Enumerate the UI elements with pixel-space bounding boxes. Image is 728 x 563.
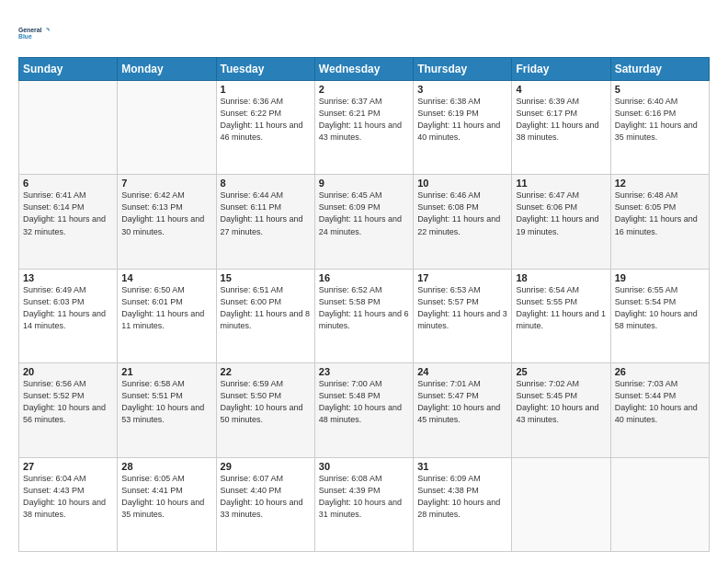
day-info-line: Sunrise: 6:59 AM [221, 379, 284, 388]
day-info-line: Daylight: 11 hours and 1 minute. [516, 309, 606, 330]
day-info-line: Sunset: 5:57 PM [417, 297, 479, 306]
day-info-line: Sunset: 6:08 PM [417, 202, 479, 212]
day-info-line: Daylight: 10 hours and 35 minutes. [121, 498, 204, 519]
day-info-line: Daylight: 10 hours and 43 minutes. [516, 403, 598, 424]
day-number: 22 [221, 366, 311, 377]
day-info: Sunrise: 6:59 AMSunset: 5:50 PMDaylight:… [221, 378, 311, 426]
day-info-line: Sunrise: 6:46 AM [417, 190, 481, 200]
day-info-line: Sunrise: 6:08 AM [319, 474, 382, 483]
day-info-line: Sunset: 5:44 PM [615, 391, 677, 400]
day-info-line: Sunrise: 6:40 AM [615, 97, 678, 106]
calendar-page: General Blue SundayMondayTuesdayWednesda… [0, 0, 728, 563]
day-number: 21 [121, 366, 211, 377]
day-info-line: Sunrise: 6:42 AM [121, 190, 185, 200]
day-number: 17 [417, 272, 507, 283]
calendar-cell [118, 81, 216, 175]
day-info-line: Sunrise: 6:50 AM [121, 285, 185, 294]
calendar-cell: 13Sunrise: 6:49 AMSunset: 6:03 PMDayligh… [19, 269, 118, 362]
day-info: Sunrise: 6:45 AMSunset: 6:09 PMDaylight:… [319, 190, 409, 237]
calendar-week-row: 20Sunrise: 6:56 AMSunset: 5:52 PMDayligh… [19, 363, 710, 457]
day-info: Sunrise: 6:53 AMSunset: 5:57 PMDaylight:… [417, 284, 507, 332]
calendar-week-row: 13Sunrise: 6:49 AMSunset: 6:03 PMDayligh… [19, 269, 710, 362]
day-info-line: Sunrise: 7:02 AM [516, 379, 579, 388]
svg-marker-2 [46, 28, 50, 31]
day-info: Sunrise: 6:39 AMSunset: 6:17 PMDaylight:… [516, 96, 606, 144]
calendar-cell: 5Sunrise: 6:40 AMSunset: 6:16 PMDaylight… [610, 81, 709, 175]
day-info-line: Daylight: 10 hours and 40 minutes. [615, 403, 698, 424]
day-info-line: Daylight: 10 hours and 53 minutes. [121, 403, 204, 424]
calendar-cell: 24Sunrise: 7:01 AMSunset: 5:47 PMDayligh… [414, 363, 512, 457]
day-number: 26 [615, 366, 705, 377]
day-info-line: Sunrise: 7:01 AM [417, 379, 481, 388]
day-info-line: Sunset: 6:09 PM [319, 202, 381, 212]
day-info: Sunrise: 6:09 AMSunset: 4:38 PMDaylight:… [417, 473, 507, 521]
calendar-week-row: 27Sunrise: 6:04 AMSunset: 4:43 PMDayligh… [19, 457, 710, 551]
day-number: 15 [221, 272, 311, 283]
day-info-line: Sunset: 5:51 PM [121, 391, 183, 400]
day-info-line: Sunset: 6:22 PM [221, 109, 282, 118]
day-info-line: Sunrise: 7:03 AM [615, 379, 678, 388]
calendar-cell: 21Sunrise: 6:58 AMSunset: 5:51 PMDayligh… [118, 363, 216, 457]
weekday-header: Monday [118, 58, 216, 81]
calendar-cell: 12Sunrise: 6:48 AMSunset: 6:05 PMDayligh… [610, 175, 709, 269]
calendar-cell: 16Sunrise: 6:52 AMSunset: 5:58 PMDayligh… [314, 269, 413, 362]
day-info-line: Daylight: 10 hours and 38 minutes. [23, 498, 106, 519]
day-info-line: Sunrise: 6:51 AM [221, 285, 284, 294]
calendar-cell: 8Sunrise: 6:44 AMSunset: 6:11 PMDaylight… [216, 175, 314, 269]
weekday-header: Saturday [610, 58, 709, 81]
day-info-line: Daylight: 11 hours and 30 minutes. [121, 214, 204, 236]
day-info-line: Daylight: 10 hours and 45 minutes. [417, 403, 500, 424]
calendar-cell: 15Sunrise: 6:51 AMSunset: 6:00 PMDayligh… [216, 269, 314, 362]
day-info-line: Daylight: 10 hours and 31 minutes. [319, 498, 402, 519]
day-info: Sunrise: 6:47 AMSunset: 6:06 PMDaylight:… [516, 190, 606, 237]
day-info-line: Daylight: 11 hours and 38 minutes. [516, 121, 598, 142]
day-info: Sunrise: 6:50 AMSunset: 6:01 PMDaylight:… [121, 284, 211, 332]
calendar-cell: 14Sunrise: 6:50 AMSunset: 6:01 PMDayligh… [118, 269, 216, 362]
day-info-line: Sunset: 6:17 PM [516, 109, 577, 118]
day-info-line: Daylight: 11 hours and 24 minutes. [319, 214, 402, 236]
day-number: 14 [121, 272, 211, 283]
calendar-cell: 10Sunrise: 6:46 AMSunset: 6:08 PMDayligh… [414, 175, 512, 269]
day-info-line: Sunset: 6:05 PM [615, 202, 677, 212]
day-number: 7 [121, 178, 211, 189]
day-info-line: Sunrise: 6:41 AM [23, 190, 86, 200]
day-info-line: Sunset: 6:11 PM [221, 202, 282, 212]
day-info-line: Sunset: 6:14 PM [23, 202, 85, 212]
day-info-line: Daylight: 11 hours and 27 minutes. [221, 214, 303, 236]
day-info: Sunrise: 6:41 AMSunset: 6:14 PMDaylight:… [23, 190, 113, 237]
weekday-header: Sunday [19, 58, 118, 81]
day-info-line: Daylight: 11 hours and 16 minutes. [615, 214, 698, 236]
day-info-line: Sunset: 4:38 PM [417, 486, 479, 495]
day-info-line: Sunrise: 6:45 AM [319, 190, 382, 200]
logo-svg: General Blue [18, 17, 50, 50]
day-number: 3 [417, 84, 507, 95]
weekday-header: Friday [512, 58, 610, 81]
day-info-line: Sunset: 5:55 PM [516, 297, 577, 306]
day-info-line: Sunrise: 6:05 AM [121, 474, 185, 483]
day-number: 27 [23, 461, 113, 472]
day-number: 28 [121, 461, 211, 472]
day-info-line: Sunrise: 6:58 AM [121, 379, 185, 388]
calendar-cell: 7Sunrise: 6:42 AMSunset: 6:13 PMDaylight… [118, 175, 216, 269]
day-info-line: Sunset: 6:03 PM [23, 297, 85, 306]
calendar-cell: 4Sunrise: 6:39 AMSunset: 6:17 PMDaylight… [512, 81, 610, 175]
day-info-line: Sunset: 4:39 PM [319, 486, 381, 495]
day-info-line: Daylight: 11 hours and 3 minutes. [417, 309, 507, 330]
calendar-cell: 11Sunrise: 6:47 AMSunset: 6:06 PMDayligh… [512, 175, 610, 269]
calendar-cell: 18Sunrise: 6:54 AMSunset: 5:55 PMDayligh… [512, 269, 610, 362]
calendar-cell: 25Sunrise: 7:02 AMSunset: 5:45 PMDayligh… [512, 363, 610, 457]
day-info: Sunrise: 6:46 AMSunset: 6:08 PMDaylight:… [417, 190, 507, 237]
day-info-line: Sunrise: 6:48 AM [615, 190, 678, 200]
day-info-line: Sunrise: 6:38 AM [417, 97, 481, 106]
day-info-line: Daylight: 11 hours and 43 minutes. [319, 121, 402, 142]
day-number: 6 [23, 178, 113, 189]
day-info: Sunrise: 6:38 AMSunset: 6:19 PMDaylight:… [417, 96, 507, 144]
day-info-line: Daylight: 11 hours and 22 minutes. [417, 214, 500, 236]
day-number: 25 [516, 366, 606, 377]
logo: General Blue [18, 17, 50, 50]
calendar-cell: 28Sunrise: 6:05 AMSunset: 4:41 PMDayligh… [118, 457, 216, 551]
calendar-cell: 31Sunrise: 6:09 AMSunset: 4:38 PMDayligh… [414, 457, 512, 551]
day-info-line: Sunset: 6:21 PM [319, 109, 381, 118]
day-info: Sunrise: 7:03 AMSunset: 5:44 PMDaylight:… [615, 378, 705, 426]
day-info-line: Daylight: 11 hours and 14 minutes. [23, 309, 106, 330]
